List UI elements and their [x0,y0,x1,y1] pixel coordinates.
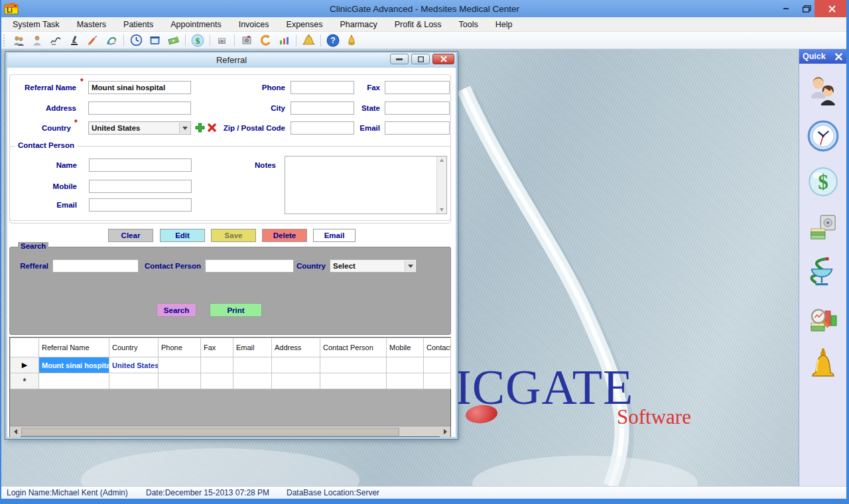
safe-icon[interactable] [239,33,255,48]
patients-group-icon[interactable] [11,33,27,48]
bell-icon[interactable] [344,33,359,48]
table-row-new[interactable]: * [11,373,451,389]
cell-phone[interactable] [159,357,201,373]
quick-reports-icon[interactable] [807,302,840,336]
chart-icon[interactable] [276,33,292,48]
microscope-icon[interactable] [66,33,82,48]
cell-contact-person[interactable] [320,357,387,373]
quick-patients-icon[interactable] [807,73,840,107]
grid-horizontal-scrollbar[interactable] [10,426,450,436]
scroll-right-icon[interactable] [440,426,450,437]
syringe-icon[interactable] [85,33,101,48]
scrollbar-thumb[interactable] [21,428,399,436]
menu-expenses[interactable]: Expenses [278,17,332,32]
help-icon[interactable]: ? [325,33,341,48]
contact-mobile-input[interactable] [89,180,192,193]
search-button[interactable]: Search [157,303,196,317]
new-row-marker[interactable]: * [11,373,39,389]
storage-box-icon[interactable] [214,33,230,48]
menu-tools[interactable]: Tools [450,17,487,32]
clear-button[interactable]: Clear [108,229,153,242]
clock-icon[interactable] [128,33,144,48]
grid-col-address[interactable]: Address [272,338,320,357]
state-input[interactable] [385,101,450,115]
grid-col-mobile[interactable]: Mobile [387,338,424,357]
referral-dialog-titlebar[interactable]: Referral [7,53,456,67]
menu-invoices[interactable]: Invoices [230,17,278,32]
cell-referral-name[interactable] [39,373,109,389]
grid-col-fax[interactable]: Fax [201,338,233,357]
quick-pharmacy-icon[interactable] [807,256,840,290]
email-button[interactable]: Email [313,229,356,242]
cell-mobile[interactable] [387,373,424,389]
alarm-icon[interactable] [300,33,316,48]
window-minimize-button[interactable]: – [776,0,796,17]
cell-email[interactable] [233,357,272,373]
cell-contact-mail[interactable] [424,373,451,389]
address-input[interactable] [88,101,191,115]
quick-billing-icon[interactable]: $ [807,164,840,199]
money-icon[interactable] [165,33,181,48]
dollar-icon[interactable]: $ [190,33,206,48]
menu-help[interactable]: Help [487,17,521,32]
search-country-select[interactable]: Select [330,259,417,273]
cell-referral-name[interactable]: Mount sinai hospital [39,357,109,373]
save-button[interactable]: Save [211,229,256,242]
edit-button[interactable]: Edit [160,229,205,242]
menu-appointments[interactable]: Appointments [162,17,229,32]
cell-address[interactable] [272,373,320,389]
email-input[interactable] [385,121,450,135]
menu-system-task[interactable]: System Task [4,17,68,32]
cell-contact-mail[interactable] [424,357,451,373]
grid-col-contact-mail[interactable]: Contact Mail [424,338,451,357]
scroll-up-icon[interactable] [440,158,444,162]
cell-phone[interactable] [159,373,201,389]
undo-arrow-icon[interactable] [257,33,273,48]
cell-email[interactable] [233,373,272,389]
grid-col-phone[interactable]: Phone [159,338,201,357]
scroll-left-icon[interactable] [10,426,21,437]
quick-appointments-icon[interactable] [807,119,840,153]
country-select[interactable]: United States [88,121,191,135]
dialog-close-button[interactable] [432,54,454,64]
search-refferal-input[interactable] [52,259,139,273]
grid-col-country[interactable]: Country [109,338,159,357]
medical-tools-icon[interactable] [103,33,119,48]
quick-close-icon[interactable] [834,52,843,61]
menu-profit-loss[interactable]: Profit & Loss [386,17,450,32]
table-row[interactable]: ▶ Mount sinai hospital United States [11,357,451,373]
notes-scrollbar[interactable] [436,157,446,214]
notes-textarea[interactable] [285,156,447,214]
dialog-minimize-button[interactable] [390,54,409,64]
search-contact-person-input[interactable] [205,259,294,273]
fax-input[interactable] [385,81,450,94]
cell-country[interactable]: United States [109,357,159,373]
quick-expenses-icon[interactable] [807,210,840,245]
cell-country[interactable] [109,373,159,389]
referral-name-input[interactable] [88,81,191,94]
dialog-maximize-button[interactable] [411,54,430,64]
menu-pharmacy[interactable]: Pharmacy [331,17,385,32]
menu-patients[interactable]: Patients [115,17,162,32]
calendar-icon[interactable] [147,33,163,48]
contact-name-input[interactable] [89,158,192,172]
contact-email-input[interactable] [89,198,192,212]
quick-alerts-icon[interactable] [807,347,840,382]
patient-icon[interactable] [29,33,45,48]
grid-col-contact-person[interactable]: Contact Person [320,338,387,357]
delete-button[interactable]: Delete [262,229,307,242]
cell-fax[interactable] [201,357,233,373]
grid-col-email[interactable]: Email [233,338,272,357]
scroll-down-icon[interactable] [440,208,444,212]
window-close-button[interactable] [815,0,849,17]
cell-contact-person[interactable] [320,373,387,389]
cell-fax[interactable] [201,373,233,389]
cell-address[interactable] [272,357,320,373]
row-selector-marker[interactable]: ▶ [11,357,39,373]
window-restore-button[interactable] [797,0,816,17]
grid-col-referral-name[interactable]: Referral Name [39,338,109,357]
menu-masters[interactable]: Masters [68,17,115,32]
cell-mobile[interactable] [387,357,424,373]
print-button[interactable]: Print [210,303,262,317]
signature-icon[interactable] [48,33,64,48]
